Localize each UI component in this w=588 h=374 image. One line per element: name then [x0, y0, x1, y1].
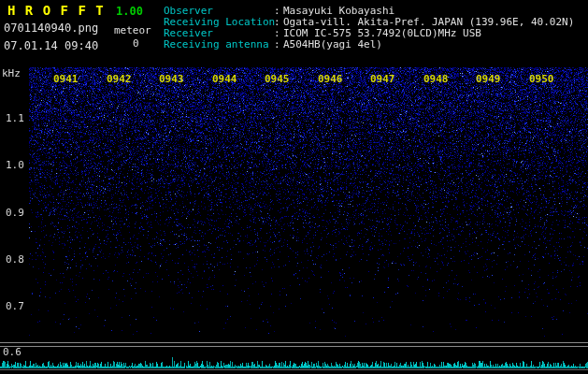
- y-axis-unit: kHz: [2, 67, 21, 79]
- meteor-count: 0: [133, 37, 139, 50]
- info-separator: :: [274, 39, 283, 50]
- x-tick-label: 0947: [370, 73, 395, 85]
- x-tick-label: 0949: [476, 73, 501, 85]
- app-title: H R O F F T: [7, 3, 105, 18]
- x-tick-label: 0948: [423, 73, 449, 85]
- x-tick-label: 0950: [529, 73, 554, 85]
- y-tick-label: 0.7: [6, 300, 24, 312]
- info-label: Receiving antenna: [164, 39, 274, 50]
- observation-mode-label: meteor: [114, 24, 151, 36]
- x-tick-label: 0941: [53, 73, 79, 85]
- y-tick-label: 1.1: [6, 112, 24, 124]
- x-tick-label: 0942: [107, 73, 132, 85]
- x-tick-label: 0944: [212, 73, 237, 85]
- y-tick-label: 0.9: [6, 207, 24, 219]
- spectrogram-canvas: [0, 0, 588, 374]
- info-row-antenna: Receiving antenna : A504HB(yagi 4el): [164, 39, 574, 50]
- y-tick-label: 0.6: [3, 346, 22, 358]
- x-tick-label: 0945: [265, 73, 290, 85]
- hrofft-spectrogram-screen: H R O F F T 1.00 0701140940.png meteor 0…: [0, 0, 588, 374]
- observer-info-block: Observer : Masayuki Kobayashi Receiving …: [164, 6, 574, 50]
- output-filename: 0701140940.png: [4, 22, 98, 35]
- y-tick-label: 1.0: [6, 159, 24, 171]
- app-version: 1.00: [116, 5, 143, 18]
- info-value: A504HB(yagi 4el): [283, 39, 382, 50]
- x-tick-label: 0946: [318, 73, 343, 85]
- y-tick-label: 0.8: [6, 253, 24, 266]
- x-tick-label: 0943: [159, 73, 184, 85]
- observation-datetime: 07.01.14 09:40: [4, 39, 98, 52]
